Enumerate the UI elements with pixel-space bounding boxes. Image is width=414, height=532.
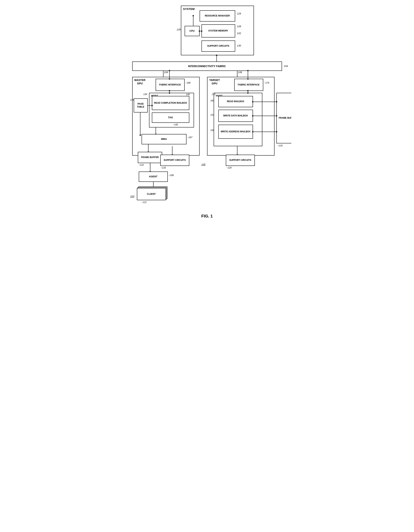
write-address-mailbox-box: WRITE ADDRESS MAILBOX (218, 125, 253, 139)
pagetable-to-host-arrow (148, 105, 152, 106)
interconnectivity-fabric-box: INTERCONNECTIVITY FABRIC (132, 61, 282, 71)
master-gpu-ref: 106 (164, 71, 168, 74)
host-left-ref: 140 (186, 93, 190, 96)
cpu-to-rm-arrow (193, 16, 193, 26)
cpu-ref: 126 (177, 28, 181, 31)
main-diagram: SYSTEM RESOURCE MANAGER 129 CPU 126 SYST… (127, 4, 288, 210)
frame-buffer-right-ref: ~118 (277, 144, 283, 147)
system-to-fabric-arrow (216, 56, 217, 62)
fi-left-to-host-arrow (169, 91, 170, 93)
cpu-box: CPU (185, 26, 200, 36)
rm-to-fb-arrow (253, 102, 276, 102)
frame-buffer-right-box: FRAME BUFFER (276, 93, 291, 143)
client-box: CLIENT (137, 188, 166, 200)
interconnectivity-fabric-ref: 104 (284, 65, 288, 67)
support-circuits-right-box: SUPPORT CIRCUITS (226, 155, 255, 166)
host-right-ref: 172 (212, 93, 216, 95)
ref-134: 134 (143, 93, 147, 95)
system-memory-ref: 102 (237, 32, 241, 35)
mmu-to-fb-left-arrow (148, 144, 148, 152)
write-data-mailbox-ref: 154 (211, 114, 214, 116)
target-host-to-sc-arrow (237, 146, 238, 155)
page-table-ref: 136 (130, 99, 134, 101)
fabric-interface-right-box: FABRIC INTERFACE (234, 79, 263, 91)
support-circuits-left-ref: ~116 (161, 166, 166, 169)
mmu-ref: ~167 (187, 136, 193, 139)
client-ref: ~112 (142, 201, 147, 204)
master-to-sc-left-arrow (172, 146, 173, 155)
tag-box: TAG (152, 113, 189, 123)
wam-to-fb-arrow (253, 132, 276, 132)
write-address-mailbox-ref: 156 (211, 129, 214, 132)
cpu-to-sysmem-arrow (200, 31, 202, 31)
read-mailbox-ref: 160 (211, 99, 214, 102)
frame-buffer-left-box: FRAME BUFFER (138, 152, 162, 163)
fi-left-up-arrow (169, 71, 170, 79)
fi-right-up-arrow (248, 71, 248, 79)
ref-105: 105 (202, 163, 206, 166)
agent-ref: ~168 (169, 174, 174, 177)
system-memory-ref2: 128 (237, 25, 241, 28)
fabric-to-target-arrow (237, 71, 238, 77)
fabric-to-master-arrow (163, 71, 164, 77)
fabric-interface-right-ref: ~174 (264, 82, 269, 84)
support-circuits-top-box: SUPPORT CIRCUITS (202, 40, 235, 52)
host-left-to-mmu-arrow (156, 127, 156, 134)
ref-103: 103 (130, 195, 134, 198)
wdm-to-fb-arrow (253, 116, 276, 116)
fb-left-to-agent-arrow (150, 163, 150, 171)
fabric-interface-left-box: FABRIC INTERFACE (156, 79, 185, 91)
resource-manager-ref: 129 (237, 12, 241, 15)
read-mailbox-box: READ MAILBOX (218, 96, 253, 107)
mmu-box: MMU (142, 134, 186, 144)
pagetable-to-mmu-arrow (140, 113, 140, 135)
write-data-mailbox-box: WRITE DATA MAILBOX (218, 110, 253, 122)
page-table-box: PAGE TABLE (134, 98, 148, 113)
fabric-interface-left-ref: ~166 (185, 82, 191, 84)
frame-buffer-left-ref: ~110 (139, 164, 144, 166)
figure-label: FIG. 1 (127, 214, 288, 218)
tag-ref: ~142 (173, 123, 178, 126)
system-label: SYSTEM (183, 7, 195, 11)
target-gpu-ref: 108 (238, 71, 242, 74)
system-memory-box: SYSTEM MEMORY (202, 24, 235, 38)
support-circuits-left-box: SUPPORT CIRCUITS (160, 155, 189, 166)
read-completion-mailbox-box: READ COMPLETION MAILBOX (152, 96, 189, 110)
resource-manager-box: RESOURCE MANAGER (200, 10, 235, 21)
agent-box: AGENT (139, 171, 168, 182)
fi-right-to-host-arrow (248, 91, 248, 93)
support-circuits-right-ref: ~124 (227, 166, 232, 169)
support-circuits-top-ref: 130 (237, 44, 241, 47)
